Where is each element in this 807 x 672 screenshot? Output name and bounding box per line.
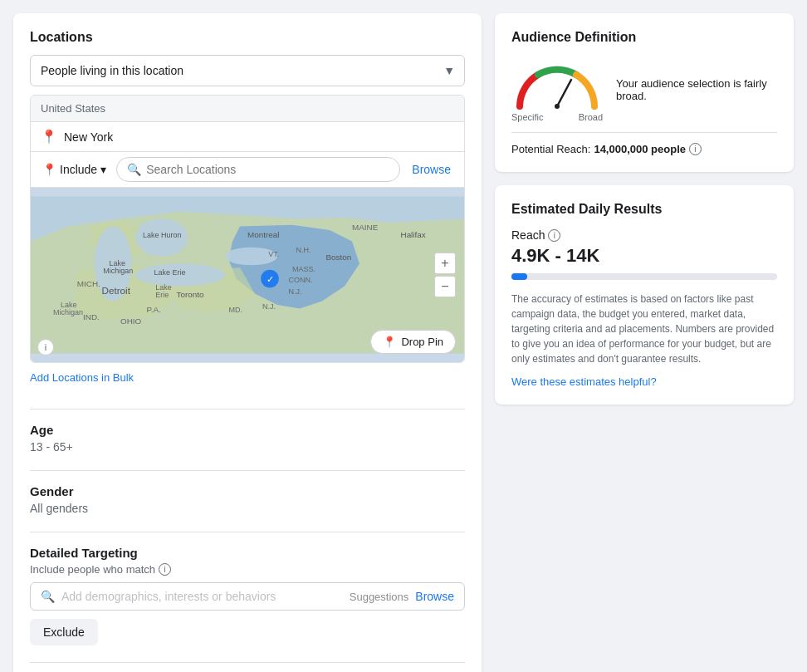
location-tag-row[interactable]: 📍 New York (31, 122, 464, 152)
svg-text:Toronto: Toronto (177, 290, 204, 299)
age-label: Age (30, 423, 465, 437)
svg-text:OHIO: OHIO (120, 316, 142, 326)
svg-point-33 (555, 104, 560, 109)
svg-text:MAINE: MAINE (352, 223, 379, 232)
gender-section: Gender All genders (30, 484, 465, 515)
location-pin-icon: 📍 (41, 129, 57, 145)
gender-value: All genders (30, 502, 465, 515)
exclude-button[interactable]: Exclude (30, 619, 98, 645)
include-pin-icon: 📍 (42, 163, 56, 176)
gauge-container (511, 56, 603, 110)
svg-text:Michigan: Michigan (103, 267, 133, 275)
svg-text:Montreal: Montreal (247, 230, 279, 239)
svg-text:N.H.: N.H. (296, 246, 311, 254)
reach-info-icon[interactable]: i (548, 229, 560, 242)
audience-description: Your audience selection is fairly broad. (616, 77, 777, 102)
svg-text:Lake Huron: Lake Huron (143, 231, 182, 239)
svg-text:Detroit: Detroit (102, 285, 131, 296)
svg-text:Halifax: Halifax (401, 230, 426, 239)
include-dropdown-arrow: ▾ (100, 163, 106, 176)
divider-4 (30, 662, 465, 663)
suggestions-button[interactable]: Suggestions (350, 591, 409, 603)
targeting-search-input[interactable] (61, 590, 343, 603)
location-type-select[interactable]: People living in this location People re… (30, 55, 465, 86)
location-search-input[interactable] (146, 163, 389, 176)
detailed-targeting-section: Detailed Targeting Include people who ma… (30, 546, 465, 645)
divider-1 (30, 409, 465, 410)
targeting-search-icon: 🔍 (41, 590, 55, 603)
audience-divider (511, 132, 777, 133)
map-info-button[interactable]: i (37, 339, 54, 356)
location-browse-button[interactable]: Browse (405, 159, 457, 179)
svg-line-32 (557, 80, 571, 106)
divider-2 (30, 470, 465, 471)
svg-text:Lake Erie: Lake Erie (154, 268, 186, 277)
helpful-link[interactable]: Were these estimates helpful? (511, 375, 657, 388)
zoom-out-button[interactable]: − (434, 276, 456, 297)
locations-title: Locations (30, 30, 465, 45)
map-zoom-controls: + − (434, 253, 456, 297)
estimated-results-card: Estimated Daily Results Reach i 4.9K - 1… (495, 185, 794, 405)
targeting-browse-button[interactable]: Browse (415, 590, 454, 603)
svg-text:Erie: Erie (155, 291, 169, 299)
svg-text:MICH.: MICH. (77, 279, 100, 288)
include-label: Include (60, 163, 97, 176)
potential-reach-info-icon[interactable]: i (689, 143, 702, 155)
reach-label: Reach i (511, 228, 777, 242)
reach-range: 4.9K - 14K (511, 245, 777, 267)
svg-text:CONN.: CONN. (289, 276, 313, 284)
svg-text:P.A.: P.A. (147, 305, 161, 314)
specific-label: Specific (511, 112, 544, 122)
potential-reach-label: Potential Reach: (511, 143, 590, 155)
zoom-in-button[interactable]: + (434, 253, 456, 274)
age-section: Age 13 - 65+ (30, 423, 465, 454)
svg-text:Boston: Boston (326, 253, 352, 262)
include-search-row: 📍 Include ▾ 🔍 Browse (31, 152, 464, 188)
map-container[interactable]: Lake Michigan Lake Huron Lake Erie MICH.… (31, 188, 464, 362)
gender-label: Gender (30, 484, 465, 498)
location-search-box[interactable]: 🔍 (116, 157, 400, 182)
targeting-sub-label: Include people who match i (30, 563, 465, 576)
map-info-icon: i (45, 342, 46, 352)
reach-bar-background (511, 273, 777, 280)
broad-label: Broad (579, 112, 603, 122)
estimated-title: Estimated Daily Results (511, 202, 777, 217)
svg-text:✓: ✓ (267, 274, 274, 284)
location-country-header: United States (31, 96, 464, 122)
targeting-search-box[interactable]: 🔍 Suggestions Browse (30, 582, 465, 611)
audience-title: Audience Definition (511, 30, 777, 45)
svg-text:VT.: VT. (268, 250, 279, 258)
location-type-dropdown-row: People living in this location People re… (30, 55, 465, 86)
gauge-area: Specific Broad (511, 56, 603, 122)
age-value: 13 - 65+ (30, 440, 465, 454)
potential-reach-value: 14,000,000 people (594, 143, 686, 155)
drop-pin-button[interactable]: 📍 Drop Pin (370, 330, 456, 354)
reach-bar-fill (511, 273, 527, 280)
gauge-svg (511, 56, 603, 110)
potential-reach-row: Potential Reach: 14,000,000 people i (511, 143, 777, 155)
targeting-label: Detailed Targeting (30, 546, 465, 560)
gauge-row: Specific Broad Your audience selection i… (511, 56, 777, 122)
drop-pin-label: Drop Pin (401, 336, 443, 348)
svg-text:MASS.: MASS. (292, 265, 315, 273)
svg-text:Michigan: Michigan (53, 308, 83, 316)
svg-text:N.J.: N.J. (289, 287, 302, 296)
location-tag-text: New York (64, 130, 113, 144)
include-button[interactable]: 📍 Include ▾ (37, 159, 111, 179)
svg-text:N.J.: N.J. (262, 302, 276, 311)
estimate-note: The accuracy of estimates is based on fa… (511, 292, 777, 366)
audience-definition-card: Audience Definition (495, 13, 794, 172)
targeting-info-icon[interactable]: i (159, 563, 171, 576)
gauge-labels: Specific Broad (511, 112, 603, 122)
add-locations-bulk-link[interactable]: Add Locations in Bulk (30, 371, 134, 384)
divider-3 (30, 532, 465, 532)
location-box: United States 📍 New York 📍 Include ▾ 🔍 (30, 95, 465, 363)
svg-text:MD.: MD. (229, 306, 243, 314)
search-icon: 🔍 (127, 163, 141, 176)
svg-text:IND.: IND. (83, 312, 100, 321)
drop-pin-icon: 📍 (383, 336, 396, 348)
